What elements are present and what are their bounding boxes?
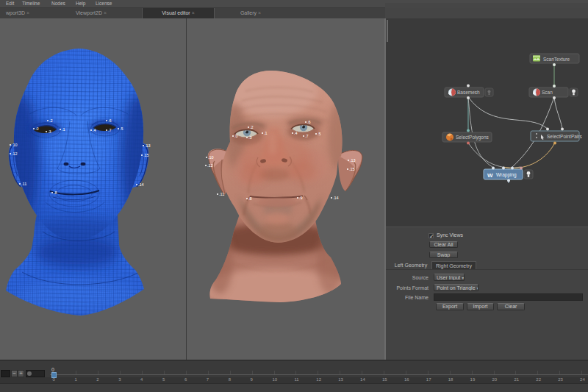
svg-text:Scan: Scan (542, 90, 553, 95)
svg-text:.5: .5 (318, 132, 321, 136)
svg-text:.4: .4 (294, 131, 298, 135)
svg-text:.8: .8 (248, 196, 252, 201)
svg-text:.3: .3 (248, 135, 252, 140)
svg-text:.3: .3 (48, 129, 51, 134)
svg-text:.1: .1 (264, 131, 268, 135)
svg-text:.6: .6 (307, 120, 311, 124)
svg-text:.15: .15 (349, 167, 355, 171)
svg-text:W: W (487, 172, 493, 179)
svg-text:.8: .8 (54, 190, 57, 195)
svg-text:.0: .0 (234, 134, 238, 138)
svg-text:.6: .6 (108, 118, 112, 123)
svg-text:.1: .1 (62, 127, 65, 132)
svg-text:.2: .2 (49, 118, 53, 123)
svg-text:ScanTexture: ScanTexture (543, 57, 570, 62)
svg-text:.7: .7 (305, 134, 309, 138)
svg-text:.5: .5 (120, 126, 123, 131)
svg-text:.0: .0 (35, 126, 39, 131)
svg-text:.12: .12 (12, 152, 18, 156)
svg-text:.10: .10 (208, 155, 214, 160)
svg-text:.4: .4 (93, 128, 96, 132)
svg-text:.7: .7 (108, 128, 112, 132)
svg-text:.10: .10 (12, 143, 18, 147)
svg-text:.2: .2 (250, 125, 254, 129)
svg-text:.14: .14 (333, 196, 339, 200)
svg-text:.11: .11 (219, 192, 224, 196)
svg-text:.13: .13 (350, 158, 356, 163)
svg-text:.12: .12 (207, 163, 213, 168)
svg-text:Basemesh: Basemesh (457, 90, 480, 95)
svg-text:.13: .13 (145, 143, 151, 148)
svg-text:.11: .11 (21, 182, 26, 186)
svg-text:Wrapping: Wrapping (496, 172, 517, 178)
svg-text:.9: .9 (299, 196, 303, 200)
svg-text:.15: .15 (143, 153, 149, 157)
svg-text:SelectPointPairs: SelectPointPairs (547, 134, 582, 139)
svg-text:.14: .14 (138, 182, 144, 187)
svg-text:SelectPolygons: SelectPolygons (456, 135, 490, 140)
